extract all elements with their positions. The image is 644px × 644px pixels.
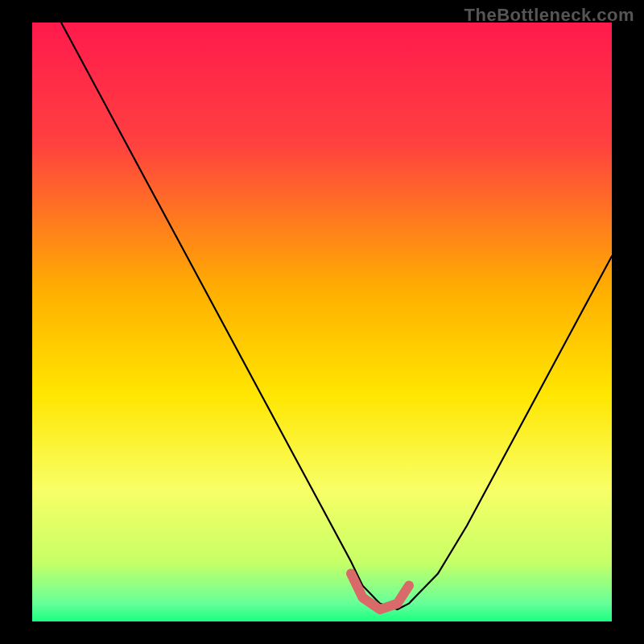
watermark-label: TheBottleneck.com: [464, 5, 634, 26]
chart-svg: [32, 23, 612, 621]
plot-area: [32, 23, 612, 621]
chart-frame: TheBottleneck.com: [0, 0, 644, 644]
gradient-background: [32, 23, 612, 621]
